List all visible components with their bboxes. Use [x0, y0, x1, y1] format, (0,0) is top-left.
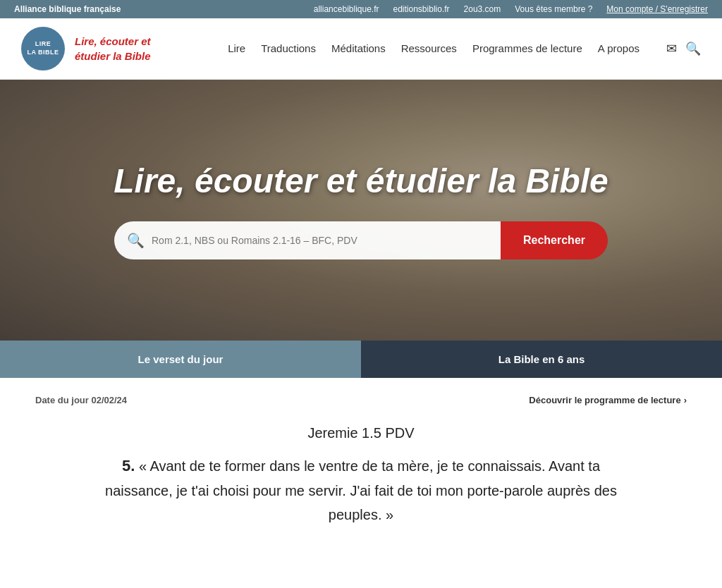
org-name: Alliance biblique française	[14, 4, 121, 14]
top-bar: Alliance biblique française alliancebibl…	[0, 0, 722, 18]
hero-content: Lire, écouter et étudier la Bible 🔍 Rech…	[0, 161, 722, 259]
date-label: Date du jour 02/02/24	[35, 395, 127, 405]
logo-link[interactable]: LIRE LA BIBLE Lire, écouter et étudier l…	[21, 27, 151, 71]
mail-icon[interactable]: ✉	[666, 41, 677, 56]
nav-item-programmes[interactable]: Programmes de lecture	[472, 42, 582, 54]
nav-item-lire[interactable]: Lire	[228, 42, 245, 54]
search-input-wrap: 🔍	[114, 221, 501, 259]
account-link[interactable]: Mon compte / S'enregistrer	[606, 4, 708, 14]
verse-number: 5.	[122, 457, 135, 474]
verse-reference: Jeremie 1.5 PDV	[35, 425, 687, 441]
nav-item-meditations[interactable]: Méditations	[331, 42, 386, 54]
link-2ou3[interactable]: 2ou3.com	[464, 4, 501, 14]
content-meta: Date du jour 02/02/24 Découvrir le progr…	[35, 395, 687, 405]
tab-verset-du-jour[interactable]: Le verset du jour	[0, 341, 361, 378]
top-bar-links: alliancebiblique.fr editionsbiblio.fr 2o…	[314, 4, 708, 14]
logo-tagline: Lire, écouter et étudier la Bible	[75, 34, 151, 63]
search-input[interactable]	[152, 235, 488, 246]
hero-title: Lire, écouter et étudier la Bible	[28, 161, 694, 200]
tab-bible-6-ans[interactable]: La Bible en 6 ans	[361, 341, 722, 378]
logo-circle: LIRE LA BIBLE	[21, 27, 65, 71]
search-button[interactable]: Rechercher	[501, 221, 608, 259]
nav-item-ressources[interactable]: Ressources	[401, 42, 457, 54]
verse-body: « Avant de te former dans le ventre de t…	[105, 458, 617, 522]
hero-section: Lire, écouter et étudier la Bible 🔍 Rech…	[0, 80, 722, 341]
date-value: 02/02/24	[91, 395, 127, 405]
discover-link[interactable]: Découvrir le programme de lecture ›	[529, 395, 687, 405]
link-alliance[interactable]: alliancebiblique.fr	[314, 4, 379, 14]
member-text: Vous êtes membre ?	[515, 4, 592, 14]
nav-icons: ✉ 🔍	[666, 41, 701, 56]
verse-text: 5. « Avant de te former dans le ventre d…	[97, 453, 625, 527]
chevron-right-icon: ›	[684, 395, 687, 405]
content-panel: Date du jour 02/02/24 Découvrir le progr…	[0, 378, 722, 548]
search-magnifier-icon: 🔍	[127, 232, 145, 249]
nav-links: Lire Traductions Méditations Ressources …	[228, 42, 640, 55]
search-bar: 🔍 Rechercher	[114, 221, 608, 259]
tabs-row: Le verset du jour La Bible en 6 ans	[0, 341, 722, 378]
main-nav: LIRE LA BIBLE Lire, écouter et étudier l…	[0, 18, 722, 80]
search-icon[interactable]: 🔍	[685, 41, 701, 56]
nav-item-traductions[interactable]: Traductions	[261, 42, 316, 54]
link-editions[interactable]: editionsbiblio.fr	[393, 4, 450, 14]
nav-item-apropos[interactable]: A propos	[598, 42, 640, 54]
